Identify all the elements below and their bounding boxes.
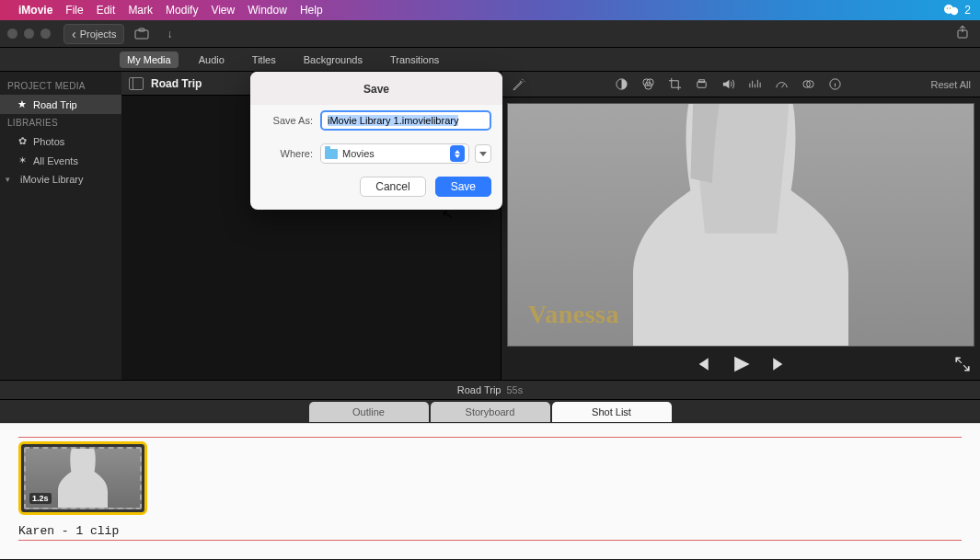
- tab-transitions[interactable]: Transitions: [383, 51, 446, 68]
- select-arrows-icon: [450, 145, 465, 162]
- flower-icon: ✿: [17, 135, 28, 147]
- clip-duration-badge: 1.2s: [29, 493, 52, 504]
- folder-icon: [325, 149, 338, 159]
- tab-outline[interactable]: Outline: [309, 402, 429, 422]
- import-icon[interactable]: [132, 25, 152, 43]
- tab-titles[interactable]: Titles: [245, 51, 283, 68]
- project-name: Road Trip: [457, 384, 502, 395]
- clip-caption: Karen - 1 clip: [18, 524, 962, 538]
- play-button[interactable]: [731, 354, 751, 378]
- back-to-projects-button[interactable]: Projects: [63, 24, 124, 44]
- sidebar-heading-project: PROJECT MEDIA: [0, 77, 121, 95]
- expand-dialog-button[interactable]: [475, 144, 491, 163]
- menu-window[interactable]: Window: [248, 4, 287, 17]
- sidebar-item-photos[interactable]: ✿ Photos: [0, 131, 121, 151]
- speed-icon[interactable]: [774, 77, 789, 92]
- stabilize-icon[interactable]: [694, 77, 709, 92]
- where-dropdown[interactable]: Movies: [320, 143, 469, 164]
- transport-controls: [502, 352, 980, 380]
- sidebar-item-label: All Events: [33, 155, 78, 166]
- person-silhouette-icon: [55, 447, 110, 508]
- save-button[interactable]: Save: [435, 177, 491, 197]
- color-balance-icon[interactable]: [614, 77, 628, 92]
- share-icon[interactable]: [956, 25, 969, 42]
- svg-point-1: [951, 7, 958, 15]
- storyboard-tabs: Outline Storyboard Shot List: [0, 400, 980, 424]
- menu-tray[interactable]: 2: [944, 4, 971, 17]
- save-dialog: Save Save As: Where: Movies: [250, 72, 502, 210]
- project-duration: 55s: [506, 384, 523, 395]
- save-as-input[interactable]: [320, 110, 491, 131]
- tab-storyboard[interactable]: Storyboard: [431, 402, 550, 422]
- menu-view[interactable]: View: [211, 4, 235, 17]
- sidebar-toggle-icon[interactable]: [129, 77, 144, 90]
- reset-all-button[interactable]: Reset All: [931, 79, 971, 90]
- window-toolbar: Projects ↓: [0, 20, 980, 48]
- menu-file[interactable]: File: [65, 4, 83, 17]
- preview-toolbar: Reset All: [502, 72, 980, 97]
- magic-wand-icon[interactable]: [511, 77, 525, 92]
- info-icon[interactable]: [827, 77, 842, 92]
- color-correction-icon[interactable]: [640, 77, 655, 92]
- dialog-title: Save: [250, 72, 502, 105]
- person-silhouette-icon: [621, 103, 860, 346]
- preview-pane: Reset All Vanessa: [502, 72, 980, 380]
- preview-viewer[interactable]: Vanessa: [502, 97, 980, 352]
- sidebar-item-roadtrip[interactable]: ★ Road Trip: [0, 95, 121, 114]
- media-browser: Road Trip All Clips 🔍 ⚙ Save Save As: Wh…: [121, 72, 502, 380]
- tab-backgrounds[interactable]: Backgrounds: [296, 51, 370, 68]
- star-icon: ★: [17, 98, 28, 110]
- where-label: Where:: [261, 148, 313, 159]
- prev-frame-button[interactable]: [694, 356, 710, 376]
- menu-modify[interactable]: Modify: [166, 4, 198, 17]
- tab-my-media[interactable]: My Media: [120, 51, 179, 68]
- next-frame-button[interactable]: [771, 356, 788, 376]
- app-menu[interactable]: iMovie: [18, 4, 52, 17]
- cancel-button[interactable]: Cancel: [360, 177, 425, 197]
- chevron-down-icon[interactable]: ▾: [6, 175, 15, 184]
- sidebar-item-label: Photos: [33, 136, 64, 147]
- star-icon: ✶: [17, 154, 28, 166]
- title-overlay-text: Vanessa: [528, 300, 619, 329]
- volume-icon[interactable]: [721, 77, 735, 92]
- filter-icon[interactable]: [801, 77, 815, 92]
- sidebar-heading-libraries: LIBRARIES: [0, 114, 121, 131]
- svg-point-2: [947, 7, 949, 9]
- svg-point-3: [950, 7, 951, 9]
- noise-icon[interactable]: [747, 77, 762, 92]
- window-controls[interactable]: [7, 29, 51, 39]
- shot-list-panel: 1.2s Karen - 1 clip: [0, 423, 980, 559]
- sidebar-item-label: iMovie Library: [20, 174, 83, 185]
- tab-shot-list[interactable]: Shot List: [552, 402, 672, 422]
- download-icon[interactable]: ↓: [159, 25, 179, 43]
- project-info-bar: Road Trip 55s: [0, 380, 980, 400]
- browser-title: Road Trip: [151, 77, 202, 90]
- menu-mark[interactable]: Mark: [128, 4, 153, 17]
- media-tabs: My Media Audio Titles Backgrounds Transi…: [0, 48, 980, 72]
- sidebar-item-all-events[interactable]: ✶ All Events: [0, 151, 121, 170]
- timeline-clip[interactable]: 1.2s: [18, 441, 147, 515]
- menu-help[interactable]: Help: [300, 4, 323, 17]
- fullscreen-button[interactable]: [954, 356, 971, 376]
- wechat-icon: [944, 4, 959, 17]
- crop-icon[interactable]: [667, 77, 682, 92]
- sidebar-item-label: Road Trip: [33, 99, 77, 110]
- where-value: Movies: [342, 148, 375, 159]
- menu-bar: iMovie File Edit Mark Modify View Window…: [0, 0, 980, 20]
- tab-audio[interactable]: Audio: [191, 51, 232, 68]
- libraries-sidebar: PROJECT MEDIA ★ Road Trip LIBRARIES ✿ Ph…: [0, 72, 121, 380]
- tray-badge: 2: [964, 4, 971, 17]
- save-as-label: Save As:: [261, 115, 313, 126]
- menu-edit[interactable]: Edit: [97, 4, 116, 17]
- sidebar-item-library[interactable]: ▾ iMovie Library: [0, 170, 121, 189]
